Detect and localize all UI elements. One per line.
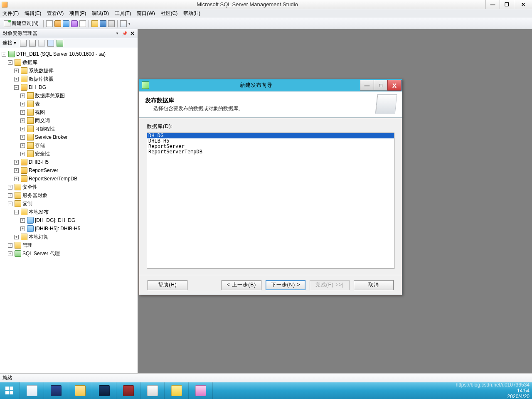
database-icon	[21, 167, 27, 174]
maximize-button[interactable]: ❐	[500, 0, 514, 9]
new-publication-wizard: 新建发布向导 — □ X 发布数据库 选择包含要发布的数据或对象的数据库。 数	[139, 79, 402, 295]
dialog-titlebar[interactable]: 新建发布向导 — □ X	[139, 79, 402, 91]
new-file-icon[interactable]	[46, 20, 53, 27]
menu-tools[interactable]: 工具(T)	[115, 10, 131, 17]
stop-icon[interactable]	[38, 40, 45, 47]
tree-security[interactable]: +安全性	[8, 183, 137, 191]
tree-local-publications[interactable]: −本地发布	[14, 208, 137, 216]
taskbar-app-3[interactable]	[140, 382, 165, 399]
separator	[117, 20, 118, 27]
save-icon[interactable]	[100, 20, 106, 27]
menu-edit[interactable]: 编辑(E)	[25, 10, 41, 17]
taskbar-paint[interactable]	[189, 382, 213, 399]
object-tree[interactable]: −DTH_DB1 (SQL Server 10.50.1600 - sa) −数…	[0, 48, 138, 373]
back-button[interactable]: < 上一步(B)	[222, 280, 261, 290]
folder-icon	[27, 109, 34, 116]
new-query-label: 新建查询(N)	[12, 20, 39, 27]
tree-management[interactable]: +管理	[8, 241, 137, 249]
taskbar-ssms[interactable]	[165, 382, 189, 399]
connect-icon[interactable]	[20, 40, 27, 47]
tree-server[interactable]: −DTH_DB1 (SQL Server 10.50.1600 - sa)	[2, 50, 137, 58]
mdi-client-area: 新建发布向导 — □ X 发布数据库 选择包含要发布的数据或对象的数据库。 数	[138, 29, 532, 373]
tree-system-databases[interactable]: +系统数据库	[14, 66, 137, 75]
engine-query-icon[interactable]	[54, 20, 61, 27]
refresh-icon[interactable]	[57, 40, 63, 47]
minimize-button[interactable]: —	[485, 0, 500, 9]
tree-db-reportserver[interactable]: +ReportServer	[14, 166, 137, 175]
filter-icon[interactable]	[47, 40, 54, 47]
activity-monitor-icon[interactable]	[120, 20, 127, 27]
mdx-query-icon[interactable]	[71, 20, 78, 27]
tray-date: 2020/4/20	[507, 394, 530, 399]
tree-publication-1[interactable]: +[DH_DG]: DH_DG	[20, 216, 137, 224]
tree-programmability[interactable]: +可编程性	[20, 125, 137, 133]
tree-publication-2[interactable]: +[DHIB-H5]: DHIB-H5	[20, 224, 137, 233]
database-listbox[interactable]: DH_DG DHIB-H5 ReportServer ReportServerT…	[147, 133, 394, 269]
tree-views[interactable]: +视图	[20, 108, 137, 116]
tree-db-security[interactable]: +安全性	[20, 150, 137, 158]
pin-icon[interactable]	[122, 31, 128, 37]
taskbar-app-1[interactable]	[92, 382, 116, 399]
tree-db-reportservertmp[interactable]: +ReportServerTempDB	[14, 175, 137, 183]
dialog-footer: 帮助(H) < 上一步(B) 下一步(N) > 完成(F) >>| 取消	[139, 275, 402, 295]
tree-synonyms[interactable]: +同义词	[20, 116, 137, 125]
dialog-close-button[interactable]: X	[387, 80, 401, 91]
tray-clock[interactable]: https://blog.csdn.net/u010736534 14:54 2…	[456, 382, 530, 399]
server-icon	[8, 51, 15, 57]
menu-debug[interactable]: 调试(D)	[92, 10, 109, 17]
menu-file[interactable]: 文件(F)	[2, 10, 19, 17]
help-button[interactable]: 帮助(H)	[148, 280, 187, 290]
folder-icon	[15, 200, 21, 207]
taskbar-server-manager[interactable]	[20, 382, 44, 399]
database-list-label: 数据库(D):	[147, 123, 394, 130]
new-query-button[interactable]: 新建查询(N)	[2, 19, 41, 28]
menu-community[interactable]: 社区(C)	[161, 10, 178, 17]
save-all-icon[interactable]	[108, 20, 115, 27]
tree-sql-server-agent[interactable]: +SQL Server 代理	[8, 249, 137, 258]
disconnect-icon[interactable]	[29, 40, 36, 47]
list-item[interactable]: DH_DG	[147, 133, 394, 138]
taskbar-powershell[interactable]	[44, 382, 68, 399]
tree-service-broker[interactable]: +Service Broker	[20, 133, 137, 141]
analysis-query-icon[interactable]	[63, 20, 69, 27]
agent-icon	[15, 250, 21, 257]
folder-icon	[15, 242, 21, 249]
tree-db-snapshots[interactable]: +数据库快照	[14, 75, 137, 83]
taskbar-app-2[interactable]	[116, 382, 140, 399]
tray-time: 14:54	[517, 388, 530, 394]
new-query-icon	[4, 20, 10, 27]
open-file-icon[interactable]	[91, 20, 98, 27]
tree-db-dhdg[interactable]: −DH_DG	[14, 83, 137, 91]
blank-query-icon[interactable]	[79, 20, 86, 27]
taskbar-explorer[interactable]	[68, 382, 92, 399]
tree-server-objects[interactable]: +服务器对象	[8, 191, 137, 200]
connect-dropdown[interactable]: 连接 ▾	[2, 39, 16, 47]
tree-storage[interactable]: +存储	[20, 141, 137, 150]
separator	[43, 20, 44, 27]
tree-replication[interactable]: −复制	[8, 200, 137, 208]
dialog-header: 发布数据库 选择包含要发布的数据或对象的数据库。	[139, 91, 402, 118]
tree-databases[interactable]: −数据库	[8, 58, 137, 66]
workspace: 对象资源管理器 ✕ 连接 ▾ −DTH_DB1 (SQL Server 10.5…	[0, 29, 532, 373]
list-item[interactable]: ReportServerTempDB	[147, 149, 394, 155]
panel-close-icon[interactable]: ✕	[129, 31, 135, 37]
start-button[interactable]	[0, 382, 20, 399]
menu-view[interactable]: 查看(V)	[47, 10, 64, 17]
menu-project[interactable]: 项目(P)	[69, 10, 86, 17]
next-button[interactable]: 下一步(N) >	[266, 280, 305, 290]
dialog-maximize-button[interactable]: □	[374, 80, 388, 91]
folder-icon	[15, 59, 21, 66]
panel-dropdown-icon[interactable]	[114, 31, 120, 37]
folder-icon	[21, 67, 27, 74]
tree-diagrams[interactable]: +数据库关系图	[20, 91, 137, 100]
object-explorer-panel: 对象资源管理器 ✕ 连接 ▾ −DTH_DB1 (SQL Server 10.5…	[0, 29, 138, 373]
folder-icon	[21, 76, 27, 82]
menu-window[interactable]: 窗口(W)	[137, 10, 155, 17]
tree-tables[interactable]: +表	[20, 100, 137, 108]
menu-help[interactable]: 帮助(H)	[183, 10, 200, 17]
dialog-minimize-button[interactable]: —	[360, 80, 374, 91]
tree-local-subscriptions[interactable]: +本地订阅	[14, 233, 137, 241]
tree-db-dhib[interactable]: +DHIB-H5	[14, 158, 137, 166]
close-button[interactable]: ✕	[514, 0, 532, 9]
cancel-button[interactable]: 取消	[354, 280, 394, 290]
